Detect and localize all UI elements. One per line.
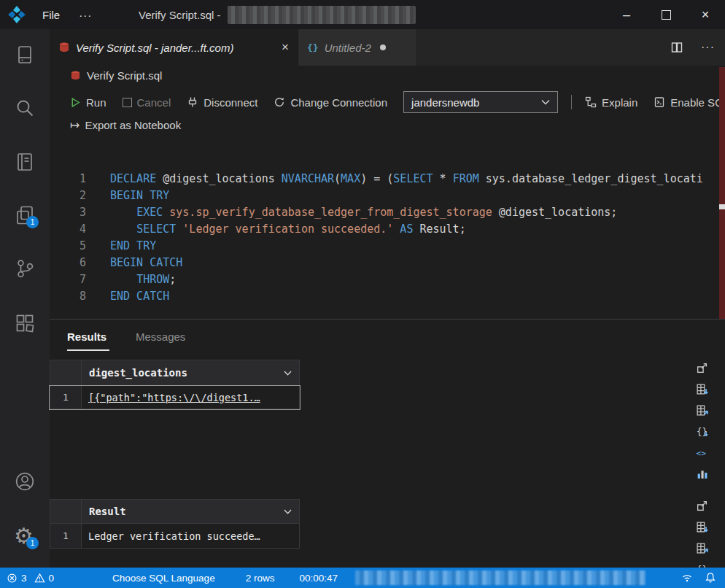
- stop-icon: [123, 98, 132, 107]
- close-button[interactable]: ×: [686, 0, 725, 29]
- window-title: Verify Script.sql -: [139, 0, 416, 29]
- extensions-icon[interactable]: [14, 312, 36, 334]
- save-as-xml-icon[interactable]: <>: [694, 444, 710, 460]
- minimize-button[interactable]: –: [607, 0, 646, 29]
- save-as-json-icon[interactable]: {}: [694, 423, 710, 439]
- code-editor[interactable]: 1DECLARE @digest_locations NVARCHAR(MAX)…: [50, 137, 719, 320]
- chevron-down-icon[interactable]: [284, 509, 292, 514]
- notebooks-icon[interactable]: [14, 151, 36, 173]
- window-controls: – ×: [607, 0, 725, 29]
- grid1-action-icons: {} <>: [694, 360, 710, 481]
- tab-untitled-2[interactable]: {} Untitled-2: [298, 29, 416, 66]
- database-dropdown[interactable]: jandersnewdb: [403, 91, 558, 113]
- status-bar: 3 0 Choose SQL Language 2 rows 00:00:47: [0, 568, 725, 588]
- problems-warnings[interactable]: 0: [34, 573, 55, 584]
- code-text[interactable]: END CATCH: [86, 288, 169, 305]
- change-connection-button[interactable]: Change Connection: [274, 96, 387, 109]
- maximize-button[interactable]: [646, 0, 686, 29]
- modified-dot-icon[interactable]: [380, 45, 386, 50]
- export-arrow-icon: ↦: [70, 118, 80, 132]
- tab-results[interactable]: Results: [67, 330, 106, 343]
- grid-column-header[interactable]: Result: [81, 499, 300, 524]
- cancel-button[interactable]: Cancel: [123, 96, 171, 109]
- grid-corner-cell[interactable]: [50, 360, 82, 386]
- line-number: 6: [50, 255, 86, 271]
- code-text[interactable]: EXEC sys.sp_verify_database_ledger_from_…: [86, 204, 617, 221]
- elapsed-time[interactable]: 00:00:47: [299, 573, 338, 584]
- result-value-cell[interactable]: Ledger verification succeede…: [81, 523, 300, 549]
- code-line[interactable]: 1DECLARE @digest_locations NVARCHAR(MAX)…: [50, 171, 719, 187]
- code-line[interactable]: 8END CATCH: [50, 288, 719, 305]
- row-number-cell[interactable]: 1: [50, 523, 82, 549]
- search-icon[interactable]: [14, 97, 36, 119]
- grid-row: 1 Ledger verification succeede…: [50, 524, 300, 549]
- code-line[interactable]: 2BEGIN TRY: [50, 187, 719, 204]
- window-title-text: Verify Script.sql -: [139, 9, 221, 21]
- menu-more[interactable]: ···: [79, 9, 92, 21]
- activity-bar: 1 ⚙ 1: [0, 29, 50, 568]
- svg-text:<>: <>: [696, 448, 706, 457]
- explain-button[interactable]: Explain: [585, 96, 637, 109]
- save-as-excel-icon[interactable]: [694, 402, 710, 418]
- database-dropdown-value: jandersnewdb: [411, 96, 541, 109]
- redacted-status-text: [355, 570, 645, 585]
- chevron-down-icon[interactable]: [284, 371, 292, 376]
- grid-header-row: digest_locations: [50, 360, 300, 386]
- settings-badge: 1: [26, 537, 39, 549]
- code-line[interactable]: 4 SELECT 'Ledger verification succeeded.…: [50, 221, 719, 238]
- enable-sqlcmd-button[interactable]: Enable SQLCMD: [654, 96, 725, 109]
- code-line[interactable]: 3 EXEC sys.sp_verify_database_ledger_fro…: [50, 204, 719, 221]
- save-as-excel-icon[interactable]: [694, 540, 710, 556]
- code-line[interactable]: 6BEGIN CATCH: [50, 255, 719, 271]
- toolbar-separator: [571, 95, 572, 109]
- tab-verify-script[interactable]: Verify Script.sql - jander...ft.com) ×: [50, 29, 298, 66]
- language-selector[interactable]: Choose SQL Language: [112, 573, 215, 584]
- run-button[interactable]: Run: [70, 96, 106, 109]
- code-text[interactable]: END TRY: [86, 238, 156, 255]
- warning-icon: [34, 573, 45, 584]
- line-number: 7: [50, 271, 86, 288]
- scrollbar-thumb[interactable]: [719, 204, 725, 209]
- bell-icon[interactable]: [705, 572, 716, 584]
- account-icon[interactable]: [14, 471, 36, 492]
- code-text[interactable]: THROW;: [86, 271, 176, 288]
- save-as-csv-icon[interactable]: [694, 519, 710, 535]
- row-count[interactable]: 2 rows: [246, 573, 275, 584]
- remote-indicator-icon[interactable]: [681, 572, 693, 584]
- maximize-grid-icon[interactable]: [694, 360, 710, 376]
- problems-errors[interactable]: 3: [7, 573, 27, 584]
- editor-overview-ruler[interactable]: [719, 67, 725, 320]
- code-text[interactable]: BEGIN CATCH: [86, 255, 182, 271]
- export-as-notebook-button[interactable]: ↦ Export as Notebook: [70, 118, 181, 132]
- disconnect-button[interactable]: Disconnect: [187, 96, 257, 109]
- code-line[interactable]: 7 THROW;: [50, 271, 719, 288]
- breadcrumb[interactable]: Verify Script.sql: [70, 69, 162, 82]
- menu-file[interactable]: File: [42, 9, 60, 21]
- code-line[interactable]: 5END TRY: [50, 238, 719, 255]
- line-number: 1: [50, 171, 86, 187]
- grid-corner-cell[interactable]: [50, 499, 82, 524]
- code-text[interactable]: BEGIN TRY: [86, 187, 169, 204]
- maximize-grid-icon[interactable]: [694, 498, 710, 514]
- query-toolbar: Run Cancel Disconnect Change Connection …: [70, 90, 725, 114]
- source-control-icon[interactable]: [14, 258, 36, 279]
- chart-icon[interactable]: [694, 465, 710, 481]
- chevron-down-icon: [541, 99, 550, 105]
- untitled-file-icon: {}: [307, 42, 319, 53]
- connections-icon[interactable]: [14, 44, 36, 66]
- row-number-cell[interactable]: 1: [50, 385, 82, 409]
- json-link[interactable]: [{"path":"https:\/\/digest1.…: [88, 392, 260, 403]
- code-text[interactable]: DECLARE @digest_locations NVARCHAR(MAX) …: [86, 171, 703, 187]
- tab-messages[interactable]: Messages: [136, 330, 185, 343]
- result-value-cell[interactable]: [{"path":"https:\/\/digest1.…: [81, 385, 300, 409]
- settings-gear-icon[interactable]: ⚙ 1: [14, 525, 36, 547]
- line-number: 4: [50, 221, 86, 238]
- grid-column-header[interactable]: digest_locations: [81, 360, 300, 386]
- code-text[interactable]: SELECT 'Ledger verification succeeded.' …: [86, 221, 466, 238]
- panel-divider[interactable]: [50, 319, 725, 320]
- more-actions-icon[interactable]: ···: [701, 41, 715, 54]
- save-as-csv-icon[interactable]: [694, 381, 710, 397]
- explorer-icon[interactable]: 1: [14, 204, 36, 226]
- split-editor-icon[interactable]: [670, 41, 683, 54]
- close-tab-icon[interactable]: ×: [282, 40, 289, 55]
